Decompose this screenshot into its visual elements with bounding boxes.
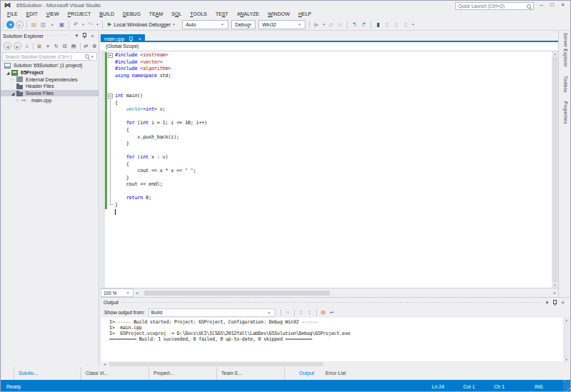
toolbar-grip[interactable]: [2, 20, 5, 29]
tree-item-external-dependencies[interactable]: ▷External Dependencies: [1, 76, 98, 83]
menu-help[interactable]: HELP: [294, 10, 315, 19]
redo-dropdown-icon[interactable]: ▾: [95, 20, 100, 29]
configuration-combobox[interactable]: Debug ▾: [231, 20, 256, 29]
drag-handle[interactable]: [121, 301, 540, 304]
bookmark-clear-icon[interactable]: ▯: [401, 20, 410, 29]
redo-icon[interactable]: ↷: [86, 20, 95, 29]
back-icon[interactable]: ◄: [4, 42, 11, 50]
platform-combobox[interactable]: Win32 ▾: [258, 20, 305, 29]
menu-sql[interactable]: SQL: [167, 10, 186, 19]
navigate-forward-icon[interactable]: ►: [16, 21, 24, 29]
maximize-button[interactable]: □: [547, 1, 557, 9]
save-all-icon[interactable]: ▣: [57, 20, 66, 29]
pin-icon[interactable]: [552, 299, 557, 306]
scroll-up-icon[interactable]: ▲: [563, 318, 570, 323]
fold-marker-main[interactable]: [108, 94, 113, 99]
undo-icon[interactable]: ↶: [71, 20, 81, 29]
window-position-dropdown-icon[interactable]: ▾: [543, 300, 551, 306]
panel-tab-error-list[interactable]: Error List: [320, 367, 351, 380]
next-message-icon[interactable]: ↧: [305, 308, 314, 317]
output-source-combobox[interactable]: Build ▾: [148, 308, 276, 317]
bookmark-previous-icon[interactable]: ▯: [383, 20, 392, 29]
scroll-right-icon[interactable]: ►: [552, 291, 558, 295]
menu-team[interactable]: TEAM: [145, 10, 167, 19]
new-project-icon[interactable]: ▤: [29, 20, 39, 29]
editor-vertical-scrollbar[interactable]: ▲ ▼: [552, 51, 558, 288]
step-backward-icon[interactable]: ↰: [350, 20, 359, 29]
bookmark-next-icon[interactable]: ▯: [392, 20, 401, 29]
tree-item-main-cpp[interactable]: ▷++main.cpp: [1, 96, 98, 104]
platforms-dropdown-icon[interactable]: ▾: [321, 20, 326, 29]
undo-dropdown-icon[interactable]: ▾: [81, 20, 86, 29]
editor-zoom-combobox[interactable]: 100 % ▾: [101, 288, 133, 297]
bookmark-icon[interactable]: ▮: [373, 20, 383, 29]
bottom-tab-solutio[interactable]: Solutio...: [14, 367, 81, 380]
debug-target-combobox[interactable]: Auto ▾: [182, 20, 228, 29]
expander-expanded-icon[interactable]: ◢: [5, 71, 11, 75]
menu-view[interactable]: VIEW: [42, 10, 64, 19]
previous-message-icon[interactable]: ↥: [297, 308, 305, 317]
bottom-tab-classvi[interactable]: Class Vi...: [81, 367, 149, 380]
scroll-up-icon[interactable]: ▲: [552, 51, 558, 56]
scroll-left-icon[interactable]: ◄: [101, 362, 108, 366]
forward-icon[interactable]: ►: [14, 42, 21, 50]
output-vertical-scrollbar[interactable]: ▲ ▼: [563, 318, 570, 362]
expander-expanded-icon[interactable]: ◢: [10, 91, 16, 96]
close-icon[interactable]: ×: [559, 300, 567, 305]
tree-item-source-files[interactable]: ◢Source Files: [1, 90, 98, 97]
solution-platforms-icon[interactable]: ▶: [312, 20, 321, 29]
find-options-icon[interactable]: ▱: [335, 20, 345, 29]
menu-build[interactable]: BUILD: [95, 10, 118, 19]
tree-item-solution-65solution-1-project-[interactable]: Solution '65Solution' (1 project): [1, 62, 98, 69]
menu-file[interactable]: FILE: [3, 10, 22, 19]
side-tab-properties[interactable]: Properties: [563, 101, 568, 124]
menu-analyze[interactable]: ANALYZE: [233, 10, 263, 19]
filter-dropdown-icon[interactable]: ▾: [44, 42, 52, 50]
step-forward-icon[interactable]: ↱: [359, 20, 368, 29]
scroll-down-icon[interactable]: ▼: [552, 283, 558, 288]
menu-tools[interactable]: TOOLS: [186, 10, 211, 19]
scope-dropdown[interactable]: (Global Scope): [106, 44, 139, 49]
menu-edit[interactable]: EDIT: [22, 10, 42, 19]
side-tab-server-explorer[interactable]: Server Explorer: [563, 33, 568, 67]
scrollbar-thumb[interactable]: [109, 362, 323, 366]
home-icon[interactable]: ⌂: [23, 42, 31, 50]
drag-handle[interactable]: [46, 34, 70, 37]
quick-launch-input[interactable]: Quick Launch (Ctrl+Q): [455, 2, 534, 10]
add-item-icon[interactable]: ▥: [39, 20, 48, 29]
scroll-down-icon[interactable]: ▼: [563, 357, 570, 362]
refresh-icon[interactable]: ↻: [53, 42, 61, 50]
collapse-all-icon[interactable]: ⊟: [61, 42, 69, 50]
solution-search-input[interactable]: Search Solution Explorer (Ctrl+;) ▾: [2, 52, 97, 61]
output-lines[interactable]: 1>------ Build started: Project: 65Proje…: [101, 318, 563, 362]
show-all-files-icon[interactable]: ▤: [70, 42, 78, 50]
bottom-tab-propert[interactable]: Propert...: [149, 367, 217, 380]
close-icon[interactable]: ×: [89, 34, 96, 39]
properties-icon[interactable]: ⚙: [91, 42, 98, 50]
toggle-word-wrap-icon[interactable]: ↩: [328, 308, 336, 317]
start-debugging-button[interactable]: ▶ Local Windows Debugger ▾: [105, 21, 181, 27]
navigate-backward-icon[interactable]: ◄: [6, 21, 14, 29]
minimize-button[interactable]: –: [536, 1, 547, 9]
side-tab-toolbox[interactable]: Toolbox: [563, 76, 568, 93]
menu-test[interactable]: TEST: [211, 10, 233, 19]
code-editor[interactable]: #include <iostream>#include <vector>#inc…: [101, 51, 552, 288]
expander-collapsed-icon[interactable]: ▷: [15, 98, 21, 102]
tree-item-65project[interactable]: ◢65Project: [1, 69, 98, 76]
close-button[interactable]: ×: [557, 1, 568, 9]
output-horizontal-scrollbar[interactable]: ◄: [101, 361, 563, 367]
find-message-icon[interactable]: ≡: [283, 308, 292, 317]
scroll-left-icon[interactable]: ◄: [133, 291, 140, 295]
window-position-dropdown-icon[interactable]: ▾: [73, 33, 81, 39]
bookmark-dropdown-icon[interactable]: ▾: [410, 20, 415, 29]
tree-item-header-files[interactable]: Header Files: [1, 83, 98, 90]
scrollbar-thumb[interactable]: [144, 291, 330, 296]
scrollbar-thumb[interactable]: [552, 57, 557, 282]
sync-with-active-document-icon[interactable]: ⇄: [82, 42, 90, 50]
find-in-files-icon[interactable]: ▱: [326, 20, 335, 29]
fold-marker-includes[interactable]: [108, 53, 113, 58]
save-icon[interactable]: ▪: [48, 20, 57, 29]
clear-all-icon[interactable]: ▤: [319, 308, 328, 317]
menu-project[interactable]: PROJECT: [64, 10, 96, 19]
pin-icon[interactable]: [82, 32, 87, 39]
